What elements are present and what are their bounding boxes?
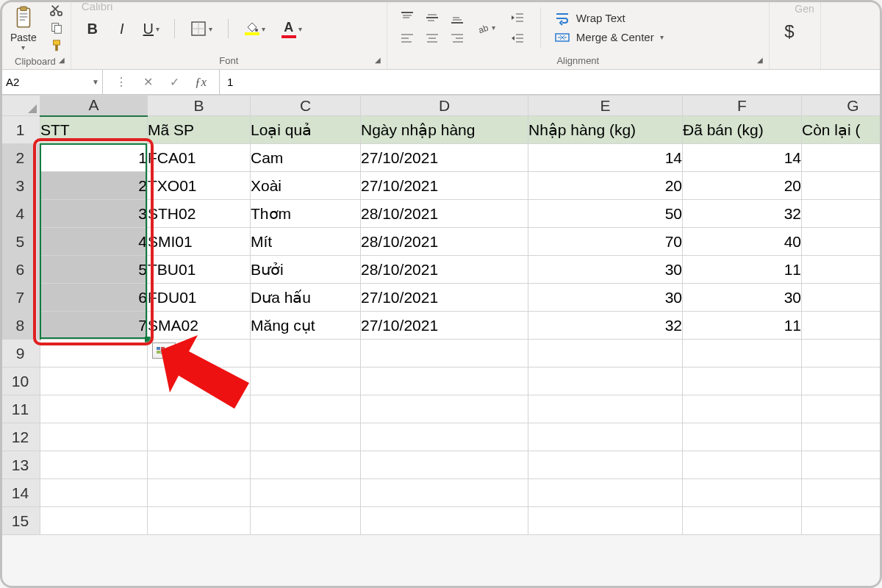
cell-G12[interactable] bbox=[802, 423, 883, 451]
bold-button[interactable]: B bbox=[82, 18, 104, 40]
cell-B15[interactable] bbox=[148, 507, 251, 535]
fill-color-button[interactable]: ▾ bbox=[240, 18, 270, 40]
name-box[interactable]: ▼ bbox=[0, 70, 103, 94]
cell-C15[interactable] bbox=[251, 507, 361, 535]
align-middle-button[interactable] bbox=[421, 9, 443, 26]
cell-C2[interactable]: Cam bbox=[251, 144, 361, 172]
align-right-button[interactable] bbox=[446, 29, 468, 47]
cell-A4[interactable]: 3 bbox=[40, 200, 148, 228]
cell-A3[interactable]: 2 bbox=[40, 172, 148, 200]
cell-C3[interactable]: Xoài bbox=[251, 172, 361, 200]
column-header-A[interactable]: A bbox=[40, 96, 148, 116]
accounting-format-button[interactable]: $ bbox=[778, 21, 800, 43]
increase-indent-button[interactable] bbox=[506, 29, 528, 47]
row-header-14[interactable]: 14 bbox=[1, 479, 40, 507]
font-dialog-launcher[interactable]: ◢ bbox=[372, 56, 384, 68]
cell-G8[interactable] bbox=[802, 312, 883, 340]
cell-E5[interactable]: 70 bbox=[528, 228, 683, 256]
cell-C8[interactable]: Măng cụt bbox=[251, 312, 361, 340]
cell-D12[interactable] bbox=[361, 423, 528, 451]
alignment-dialog-launcher[interactable]: ◢ bbox=[754, 56, 766, 68]
cell-C1[interactable]: Loại quả bbox=[251, 116, 361, 144]
cell-G3[interactable] bbox=[802, 172, 883, 200]
cell-A14[interactable] bbox=[40, 479, 148, 507]
row-header-4[interactable]: 4 bbox=[1, 200, 40, 228]
copy-button[interactable] bbox=[49, 21, 65, 35]
cell-A9[interactable] bbox=[40, 340, 148, 368]
cell-F9[interactable] bbox=[683, 340, 802, 368]
column-header-E[interactable]: E bbox=[528, 96, 683, 116]
row-header-11[interactable]: 11 bbox=[1, 395, 40, 423]
align-left-button[interactable] bbox=[396, 29, 418, 47]
cell-C13[interactable] bbox=[251, 451, 361, 479]
cell-A6[interactable]: 5 bbox=[40, 256, 148, 284]
cell-E3[interactable]: 20 bbox=[528, 172, 683, 200]
cell-G13[interactable] bbox=[802, 451, 883, 479]
cell-F11[interactable] bbox=[683, 395, 802, 423]
cell-E9[interactable] bbox=[528, 340, 683, 368]
cell-A1[interactable]: STT bbox=[40, 116, 148, 144]
cell-D5[interactable]: 28/10/2021 bbox=[361, 228, 528, 256]
cell-B11[interactable] bbox=[148, 395, 251, 423]
merge-center-button[interactable]: Merge & Center ▾ bbox=[554, 29, 664, 46]
worksheet-grid[interactable]: ABCDEFG1STTMã SPLoại quảNgày nhập hàngNh… bbox=[0, 95, 882, 535]
cell-C11[interactable] bbox=[251, 395, 361, 423]
cell-E12[interactable] bbox=[528, 423, 683, 451]
cell-D2[interactable]: 27/10/2021 bbox=[361, 144, 528, 172]
cell-F4[interactable]: 32 bbox=[683, 200, 802, 228]
align-bottom-button[interactable] bbox=[446, 9, 468, 26]
cell-D4[interactable]: 28/10/2021 bbox=[361, 200, 528, 228]
row-header-1[interactable]: 1 bbox=[1, 116, 40, 144]
orientation-button[interactable]: ab▾ bbox=[476, 19, 498, 37]
cell-F6[interactable]: 11 bbox=[683, 256, 802, 284]
cell-D9[interactable] bbox=[361, 340, 528, 368]
autofill-options-button[interactable] bbox=[152, 343, 176, 359]
paste-button[interactable]: Paste ▾ bbox=[6, 4, 41, 53]
cell-G10[interactable] bbox=[802, 368, 883, 395]
cell-C14[interactable] bbox=[251, 479, 361, 507]
cell-E14[interactable] bbox=[528, 479, 683, 507]
row-header-13[interactable]: 13 bbox=[1, 451, 40, 479]
formula-input[interactable] bbox=[220, 70, 882, 94]
cell-E4[interactable]: 50 bbox=[528, 200, 683, 228]
cell-D7[interactable]: 27/10/2021 bbox=[361, 284, 528, 312]
decrease-indent-button[interactable] bbox=[506, 9, 528, 26]
row-header-12[interactable]: 12 bbox=[1, 423, 40, 451]
format-painter-button[interactable] bbox=[49, 38, 65, 53]
cell-C5[interactable]: Mít bbox=[251, 228, 361, 256]
cell-B1[interactable]: Mã SP bbox=[148, 116, 251, 144]
cell-G6[interactable] bbox=[802, 256, 883, 284]
row-header-15[interactable]: 15 bbox=[1, 507, 40, 535]
cell-D15[interactable] bbox=[361, 507, 528, 535]
cell-A8[interactable]: 7 bbox=[40, 312, 148, 340]
cell-D8[interactable]: 27/10/2021 bbox=[361, 312, 528, 340]
cell-F5[interactable]: 40 bbox=[683, 228, 802, 256]
cell-B4[interactable]: STH02 bbox=[148, 200, 251, 228]
row-header-9[interactable]: 9 bbox=[1, 340, 40, 368]
row-header-6[interactable]: 6 bbox=[1, 256, 40, 284]
cell-B7[interactable]: FDU01 bbox=[148, 284, 251, 312]
cell-E10[interactable] bbox=[528, 368, 683, 395]
cancel-formula-button[interactable]: ✕ bbox=[138, 73, 157, 92]
clipboard-dialog-launcher[interactable]: ◢ bbox=[56, 56, 68, 68]
select-all-triangle[interactable] bbox=[1, 96, 40, 116]
cell-G2[interactable] bbox=[802, 144, 883, 172]
cell-B14[interactable] bbox=[148, 479, 251, 507]
cell-G9[interactable] bbox=[802, 340, 883, 368]
cell-A7[interactable]: 6 bbox=[40, 284, 148, 312]
cell-E15[interactable] bbox=[528, 507, 683, 535]
cell-C10[interactable] bbox=[251, 368, 361, 395]
enter-formula-button[interactable]: ✓ bbox=[165, 73, 184, 92]
row-header-8[interactable]: 8 bbox=[1, 312, 40, 340]
cell-C12[interactable] bbox=[251, 423, 361, 451]
cell-F2[interactable]: 14 bbox=[683, 144, 802, 172]
cell-A13[interactable] bbox=[40, 451, 148, 479]
cell-F1[interactable]: Đã bán (kg) bbox=[683, 116, 802, 144]
cell-F3[interactable]: 20 bbox=[683, 172, 802, 200]
column-header-F[interactable]: F bbox=[683, 96, 802, 116]
cell-E8[interactable]: 32 bbox=[528, 312, 683, 340]
cell-G5[interactable] bbox=[802, 228, 883, 256]
cell-A5[interactable]: 4 bbox=[40, 228, 148, 256]
cell-F13[interactable] bbox=[683, 451, 802, 479]
cell-D13[interactable] bbox=[361, 451, 528, 479]
